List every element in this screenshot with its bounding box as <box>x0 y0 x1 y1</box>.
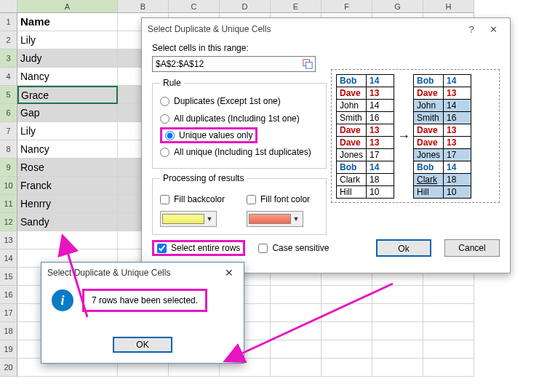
select-duplicate-unique-dialog: Select Duplicate & Unique Cells ? ✕ Sele… <box>141 17 511 273</box>
col-header-G[interactable]: G <box>372 0 423 13</box>
cell-H18[interactable] <box>423 322 474 340</box>
row-header-8[interactable]: 8 <box>0 140 17 159</box>
cell-A12[interactable]: Sandy <box>17 213 118 231</box>
color-swatch-red <box>249 214 291 224</box>
backcolor-picker[interactable]: ▼ <box>160 211 217 227</box>
cell-A3[interactable]: Judy <box>17 49 118 68</box>
check-case-sensitive[interactable]: Case sensitive <box>258 239 329 257</box>
msgbox-title: Select Duplicate & Unique Cells <box>47 268 170 278</box>
cell-G17[interactable] <box>372 304 423 322</box>
row-header-10[interactable]: 10 <box>0 177 17 195</box>
dialog-titlebar[interactable]: Select Duplicate & Unique Cells ? ✕ <box>142 18 510 40</box>
range-label: Select cells in this range: <box>152 43 500 53</box>
row-header-12[interactable]: 12 <box>0 213 17 231</box>
cell-E19[interactable] <box>271 340 322 359</box>
row-header-2[interactable]: 2 <box>0 31 17 49</box>
msgbox-titlebar[interactable]: Select Duplicate & Unique Cells ✕ <box>41 263 244 283</box>
col-header-D[interactable]: D <box>220 0 271 13</box>
select-all-corner[interactable] <box>0 0 17 13</box>
dialog-title: Select Duplicate & Unique Cells <box>148 24 460 34</box>
preview-table-left: Bob14Dave13John14Smith16Dave13Dave13Jone… <box>336 74 394 199</box>
cell-F16[interactable] <box>322 286 372 304</box>
column-headers: ABCDEFGH <box>0 0 539 13</box>
chevron-down-icon: ▼ <box>291 215 301 223</box>
range-select-icon[interactable] <box>300 57 315 71</box>
cell-A1[interactable]: Name <box>17 13 118 31</box>
cell-H16[interactable] <box>423 286 474 304</box>
cell-A6[interactable]: Gap <box>17 104 118 122</box>
col-header-E[interactable]: E <box>271 0 322 13</box>
cell-A11[interactable]: Henrry <box>17 195 118 213</box>
cell-F18[interactable] <box>322 322 372 340</box>
cell-H19[interactable] <box>423 340 474 359</box>
msgbox-close-button[interactable]: ✕ <box>220 267 238 279</box>
msgbox-ok-button[interactable]: OK <box>113 337 172 353</box>
range-input[interactable] <box>153 59 300 69</box>
radio-all-unique[interactable]: All unique (Including 1st duplicates) <box>160 143 319 161</box>
result-message-box: Select Duplicate & Unique Cells ✕ i 7 ro… <box>41 262 244 364</box>
row-header-9[interactable]: 9 <box>0 159 17 177</box>
color-swatch-yellow <box>162 214 204 224</box>
radio-all-duplicates[interactable]: All duplicates (Including 1st one) <box>160 110 319 127</box>
cell-G18[interactable] <box>372 322 423 340</box>
cell-F20[interactable] <box>322 359 372 377</box>
row-header-1[interactable]: 1 <box>0 13 17 31</box>
processing-fieldset: Processing of results Fill backcolor ▼ F… <box>152 173 327 235</box>
row-header-3[interactable]: 3 <box>0 49 17 68</box>
cell-F17[interactable] <box>322 304 372 322</box>
row-header-20[interactable]: 20 <box>0 359 17 377</box>
fontcolor-picker[interactable]: ▼ <box>247 211 303 227</box>
row-header-6[interactable]: 6 <box>0 104 17 122</box>
row-header-17[interactable]: 17 <box>0 304 17 322</box>
cell-G16[interactable] <box>372 286 423 304</box>
highlight-select-rows: Select entire rows <box>152 240 245 256</box>
col-header-H[interactable]: H <box>423 0 474 13</box>
help-button[interactable]: ? <box>460 24 482 35</box>
cell-F19[interactable] <box>322 340 372 359</box>
row-header-4[interactable]: 4 <box>0 68 17 86</box>
check-select-entire-rows[interactable]: Select entire rows <box>157 243 240 253</box>
check-fill-fontcolor[interactable]: Fill font color <box>247 191 310 208</box>
row-header-19[interactable]: 19 <box>0 340 17 359</box>
cell-E17[interactable] <box>271 304 322 322</box>
cell-A13[interactable] <box>17 231 118 249</box>
row-header-18[interactable]: 18 <box>0 322 17 340</box>
cell-G20[interactable] <box>372 359 423 377</box>
row-header-16[interactable]: 16 <box>0 286 17 304</box>
row-header-15[interactable]: 15 <box>0 268 17 286</box>
cell-E16[interactable] <box>271 286 322 304</box>
cell-A5[interactable]: Grace <box>17 86 118 104</box>
chevron-down-icon: ▼ <box>204 215 215 223</box>
radio-unique-only[interactable]: Unique values only <box>165 130 252 140</box>
cell-A4[interactable]: Nancy <box>17 68 118 86</box>
processing-legend: Processing of results <box>160 173 247 183</box>
row-header-11[interactable]: 11 <box>0 195 17 213</box>
cell-G19[interactable] <box>372 340 423 359</box>
cell-E18[interactable] <box>271 322 322 340</box>
cell-A7[interactable]: Lily <box>17 122 118 140</box>
col-header-A[interactable]: A <box>17 0 118 13</box>
col-header-C[interactable]: C <box>169 0 220 13</box>
cell-A8[interactable]: Nancy <box>17 140 118 159</box>
cancel-button[interactable]: Cancel <box>444 239 500 257</box>
cell-H17[interactable] <box>423 304 474 322</box>
col-header-F[interactable]: F <box>322 0 372 13</box>
row-header-13[interactable]: 13 <box>0 231 17 249</box>
cell-A9[interactable]: Rose <box>17 159 118 177</box>
col-header-B[interactable]: B <box>118 0 169 13</box>
row-header-14[interactable]: 14 <box>0 249 17 268</box>
info-icon: i <box>52 289 73 311</box>
rule-fieldset: Rule Duplicates (Except 1st one) All dup… <box>152 78 327 169</box>
close-button[interactable]: ✕ <box>482 24 504 35</box>
radio-duplicates-except-1st[interactable]: Duplicates (Except 1st one) <box>160 92 319 110</box>
row-header-5[interactable]: 5 <box>0 86 17 104</box>
row-header-7[interactable]: 7 <box>0 122 17 140</box>
cell-A10[interactable]: Franck <box>17 177 118 195</box>
check-fill-backcolor[interactable]: Fill backcolor <box>160 191 225 208</box>
cell-E20[interactable] <box>271 359 322 377</box>
cell-A2[interactable]: Lily <box>17 31 118 49</box>
msgbox-text: 7 rows have been selected. <box>82 289 207 312</box>
range-input-wrap <box>152 56 316 72</box>
cell-H20[interactable] <box>423 359 474 377</box>
ok-button[interactable]: Ok <box>376 239 431 257</box>
